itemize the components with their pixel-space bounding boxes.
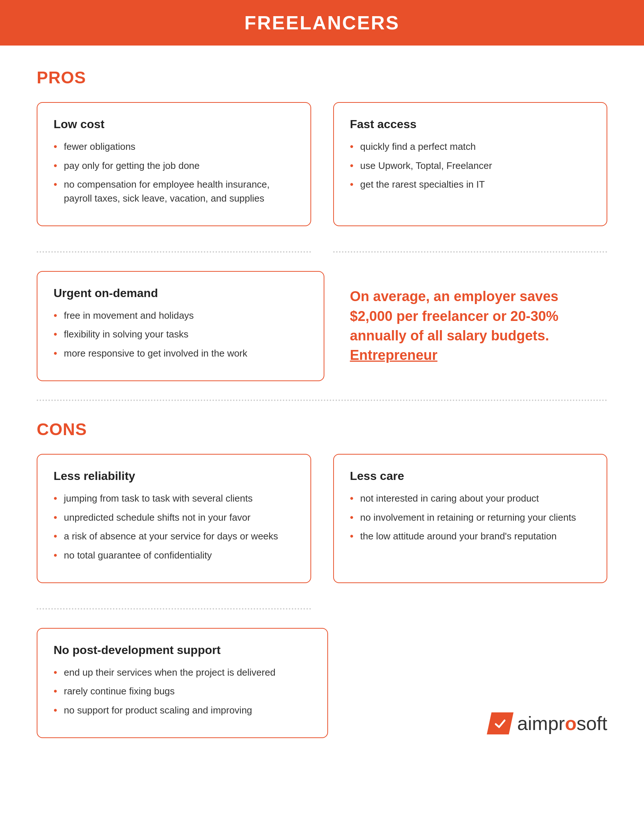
pros-row-1: Low cost fewer obligations pay only for … (37, 102, 607, 226)
card-urgent-list: free in movement and holidays flexibilit… (54, 309, 307, 360)
card-less-care: Less care not interested in caring about… (333, 454, 608, 583)
list-item: get the rarest specialties in IT (350, 178, 591, 192)
list-item: a risk of absence at your service for da… (54, 529, 294, 543)
list-item: quickly find a perfect match (350, 140, 591, 154)
pros-row-2: Urgent on-demand free in movement and ho… (37, 271, 607, 381)
list-item: fewer obligations (54, 140, 294, 154)
card-low-cost: Low cost fewer obligations pay only for … (37, 102, 311, 226)
card-less-care-list: not interested in caring about your prod… (350, 492, 591, 543)
logo-text-rest: soft (577, 713, 607, 734)
card-urgent: Urgent on-demand free in movement and ho… (37, 271, 324, 381)
list-item: jumping from task to task with several c… (54, 492, 294, 506)
highlight-box: On average, an employer saves $2,000 per… (346, 271, 608, 381)
cons-row-1: Less reliability jumping from task to ta… (37, 454, 607, 583)
highlight-text-content: On average, an employer saves $2,000 per… (350, 288, 558, 343)
logo-text-bold: o (565, 713, 577, 734)
list-item: rarely continue fixing bugs (54, 684, 311, 698)
divider-left-2 (37, 608, 311, 610)
logo-checkmark-icon (494, 717, 507, 730)
cons-row-2: No post-development support end up their… (37, 628, 607, 738)
list-item: no compensation for employee health insu… (54, 178, 294, 205)
dotted-divider-1 (37, 245, 607, 253)
logo-container: aimprosoft (350, 628, 608, 738)
dotted-divider-2 (37, 601, 607, 610)
card-fast-access-list: quickly find a perfect match use Upwork,… (350, 140, 591, 192)
list-item: more responsive to get involved in the w… (54, 347, 307, 360)
card-no-support-list: end up their services when the project i… (54, 666, 311, 718)
aimprosoft-logo: aimprosoft (489, 712, 607, 735)
logo-text-label: aimprosoft (517, 712, 607, 735)
main-content: PROS Low cost fewer obligations pay only… (0, 46, 644, 767)
pros-section: PROS Low cost fewer obligations pay only… (37, 67, 607, 381)
logo-text-plain: aimpr (517, 713, 565, 734)
card-low-cost-title: Low cost (54, 118, 294, 131)
full-divider-1 (37, 399, 607, 401)
card-no-support: No post-development support end up their… (37, 628, 328, 738)
page-title: FREELANCERS (0, 12, 644, 34)
card-urgent-title: Urgent on-demand (54, 287, 307, 300)
list-item: not interested in caring about your prod… (350, 492, 591, 506)
card-less-reliability: Less reliability jumping from task to ta… (37, 454, 311, 583)
list-item: no support for product scaling and impro… (54, 704, 311, 718)
logo-icon (487, 712, 514, 735)
card-fast-access: Fast access quickly find a perfect match… (333, 102, 608, 226)
card-low-cost-list: fewer obligations pay only for getting t… (54, 140, 294, 206)
list-item: pay only for getting the job done (54, 159, 294, 173)
card-less-care-title: Less care (350, 469, 591, 483)
list-item: the low attitude around your brand's rep… (350, 529, 591, 543)
list-item: no total guarantee of confidentiality (54, 549, 294, 563)
list-item: end up their services when the project i… (54, 666, 311, 680)
list-item: no involvement in retaining or returning… (350, 511, 591, 525)
entrepreneur-link[interactable]: Entrepreneur (350, 347, 438, 363)
list-item: use Upwork, Toptal, Freelancer (350, 159, 591, 173)
divider-right (333, 251, 608, 253)
cons-title: CONS (37, 419, 607, 439)
pros-title: PROS (37, 67, 607, 87)
card-less-reliability-list: jumping from task to task with several c… (54, 492, 294, 563)
divider-left (37, 251, 311, 253)
cons-section: CONS Less reliability jumping from task … (37, 419, 607, 738)
list-item: free in movement and holidays (54, 309, 307, 323)
highlight-text: On average, an employer saves $2,000 per… (350, 287, 604, 365)
card-fast-access-title: Fast access (350, 118, 591, 131)
list-item: flexibility in solving your tasks (54, 328, 307, 342)
list-item: unpredicted schedule shifts not in your … (54, 511, 294, 525)
card-no-support-title: No post-development support (54, 643, 311, 657)
card-less-reliability-title: Less reliability (54, 469, 294, 483)
page-header: FREELANCERS (0, 0, 644, 46)
